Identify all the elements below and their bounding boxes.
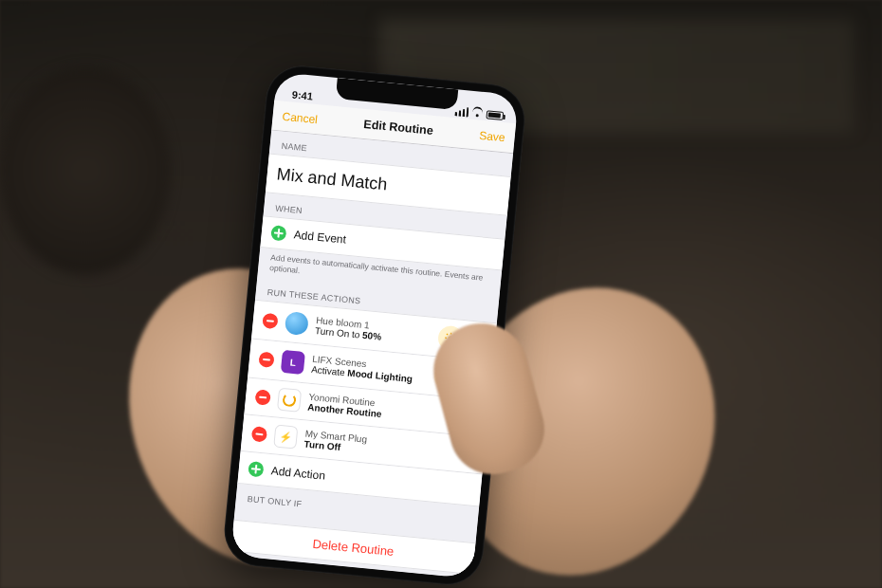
remove-icon[interactable] <box>262 313 278 329</box>
add-action-label: Add Action <box>270 464 325 482</box>
cellular-icon <box>455 106 469 117</box>
plus-icon <box>248 461 264 477</box>
save-button[interactable]: Save <box>479 128 506 144</box>
lifx-icon: L <box>281 350 305 375</box>
remove-icon[interactable] <box>258 352 274 368</box>
battery-icon <box>486 110 504 120</box>
hue-icon <box>285 311 309 336</box>
delete-routine-label: Delete Routine <box>312 537 395 559</box>
add-event-label: Add Event <box>293 228 346 246</box>
plus-icon <box>270 225 286 241</box>
page-title: Edit Routine <box>363 117 434 137</box>
wifi-icon <box>470 108 484 119</box>
yonomi-icon <box>277 388 302 413</box>
cancel-button[interactable]: Cancel <box>282 109 319 126</box>
status-time: 9:41 <box>291 89 313 102</box>
remove-icon[interactable] <box>254 390 270 406</box>
plug-icon: ⚡ <box>273 425 298 450</box>
remove-icon[interactable] <box>251 426 267 442</box>
